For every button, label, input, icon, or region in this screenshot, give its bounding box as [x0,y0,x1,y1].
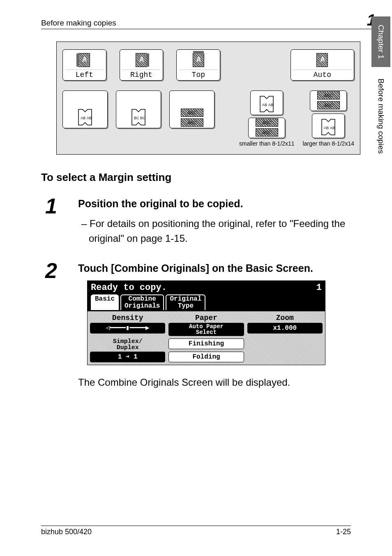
step-2-title: Touch [Combine Originals] on the Basic S… [78,262,376,275]
basic-screen-panel: Ready to copy. 1 Basic Combine Originals… [87,280,325,365]
svg-text:AB: AB [268,103,273,107]
paper-label: Paper [168,314,244,322]
auto-stack-smaller[interactable] [248,118,285,138]
margin-top-icon [193,53,204,67]
margin-top-button[interactable]: Top [176,49,220,81]
margin-top-label: Top [179,70,218,79]
step-1: 1 Position the original to be copied. Fo… [41,195,376,250]
tab-original-type[interactable]: Original Type [166,294,205,310]
auto-smaller-column: ABAB smaller than 8-1/2x11 [239,90,295,147]
finishing-button[interactable]: Finishing [168,338,244,349]
sheet-abc-1 [181,109,203,117]
margin-left-button[interactable]: Left [62,49,106,81]
book-ab-small-icon: ABAB [258,95,276,114]
margin-left-icon [78,53,90,67]
thumb-tab-chapter: Chapter 1 [371,16,390,67]
margin-setting-figure: Left Right Top Auto ABAB [56,42,360,155]
step-2: 2 Touch [Combine Originals] on the Basic… [41,260,376,394]
paper-stack-button[interactable] [169,90,214,128]
running-header: Before making copies 1 [41,12,376,29]
tab-basic[interactable]: Basic [91,294,119,310]
margin-right-label: Right [122,70,161,79]
panel-copies: 1 [316,283,322,293]
auto-book-smaller[interactable]: ABAB [250,90,283,115]
paper-stack-icon [181,109,203,127]
margin-auto-icon [316,53,328,67]
margin-left-label: Left [65,70,104,79]
book-ab-icon: ABAB [76,108,94,127]
zoom-label: Zoom [247,314,323,322]
svg-text:BC: BC [140,116,145,120]
paper-stack-small-icon [256,118,278,137]
footer-page-number: 1-25 [336,528,351,536]
step-1-title: Position the original to be copied. [78,197,376,211]
tab-combine-originals[interactable]: Combine Originals [120,294,164,310]
paper-stack-large-icon [317,91,340,109]
margin-auto-label: Auto [293,70,353,79]
book-bc-icon: BCBC [129,108,148,127]
section-heading: To select a Margin setting [41,171,376,184]
margin-right-button[interactable]: Right [120,49,164,81]
paper-button[interactable]: Auto Paper Select [168,323,244,336]
panel-status: Ready to copy. [91,283,167,293]
density-button[interactable]: ◁━━━━▮━━━━▶ [90,323,165,334]
sheet-abc-2 [181,118,203,127]
margin-right-icon [136,53,147,67]
book-ab-button[interactable]: ABAB [62,90,108,128]
svg-text:AB: AB [330,126,335,130]
header-section: Before making copies [41,19,116,28]
auto-stack-larger[interactable] [310,90,347,111]
thumb-tab-section: Before making copies [371,70,390,162]
simplex-duplex-button[interactable]: 1 ➔ 1 [90,352,165,362]
book-ab-large-icon: ABAB [319,118,337,137]
margin-auto-button[interactable]: Auto [291,49,354,81]
simplex-duplex-label: Simplex/ Duplex [90,338,165,351]
book-bc-button[interactable]: BCBC [116,90,161,128]
page-footer: bizhub 500/420 1-25 [41,526,351,536]
footer-model: bizhub 500/420 [41,528,92,536]
auto-larger-column: ABAB larger than 8-1/2x14 [303,90,354,147]
zoom-button[interactable]: x1.000 [247,323,323,334]
step-2-number: 2 [41,260,78,281]
svg-text:AB: AB [324,126,329,130]
svg-text:AB: AB [87,116,92,120]
density-label: Density [90,314,165,322]
svg-text:AB: AB [81,116,85,120]
auto-book-larger[interactable]: ABAB [312,114,345,138]
auto-larger-caption: larger than 8-1/2x14 [303,141,354,147]
folding-button[interactable]: Folding [168,352,244,362]
step-2-after: The Combine Originals Screen will be dis… [78,375,376,390]
svg-text:AB: AB [262,103,267,107]
svg-text:BC: BC [134,116,139,120]
auto-smaller-caption: smaller than 8-1/2x11 [239,141,295,147]
step-1-number: 1 [41,195,78,217]
step-1-detail: For details on positioning the original,… [78,216,376,246]
thumb-tab: Chapter 1 Before making copies [371,16,392,162]
